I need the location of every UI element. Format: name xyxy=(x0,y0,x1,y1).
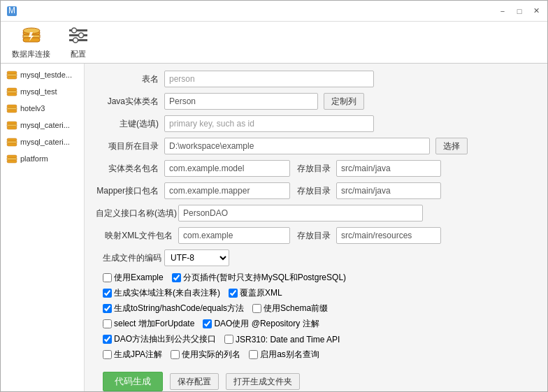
db-small-icon xyxy=(6,103,17,114)
dao-repository-checkbox[interactable] xyxy=(203,319,212,328)
checkbox-row-4: select 增加ForUpdate DAO使用 @Repository 注解 xyxy=(96,318,536,330)
open-folder-button[interactable]: 打开生成文件夹 xyxy=(226,373,300,390)
db-small-icon xyxy=(6,136,17,147)
sidebar-item-0[interactable]: mysql_testde... xyxy=(1,66,84,83)
jsr310-checkbox[interactable] xyxy=(224,335,233,344)
svg-point-11 xyxy=(79,33,84,38)
svg-rect-25 xyxy=(7,138,17,141)
generate-button[interactable]: 代码生成 xyxy=(103,372,163,391)
select-dir-button[interactable]: 选择 xyxy=(435,138,468,154)
sidebar-item-3[interactable]: mysql_cateri... xyxy=(1,117,84,133)
svg-rect-18 xyxy=(7,93,17,96)
jpa-checkbox[interactable] xyxy=(103,350,112,359)
svg-rect-23 xyxy=(7,124,17,126)
title-bar: M − □ ✕ xyxy=(1,1,547,22)
use-example-label: 使用Example xyxy=(114,272,164,284)
project-dir-input[interactable] xyxy=(164,138,430,154)
xml-package-row: 映射XML文件包名 存放目录 xyxy=(96,227,536,244)
sidebar: mysql_testde... mysql_test hotelv3 mysql… xyxy=(1,64,85,391)
action-buttons: 代码生成 保存配置 打开生成文件夹 xyxy=(96,366,536,391)
xml-package-input[interactable] xyxy=(178,227,290,244)
sidebar-item-1[interactable]: mysql_test xyxy=(1,83,84,100)
entity-comment-label: 生成实体域注释(来自表注释) xyxy=(114,287,220,299)
mapper-package-row: Mapper接口包名 存放目录 xyxy=(96,182,536,199)
mapper-package-label: Mapper接口包名 xyxy=(96,185,159,197)
main-window: M − □ ✕ 数据库连接 xyxy=(0,0,548,392)
sidebar-item-label-1: mysql_test xyxy=(20,87,57,96)
as-alias-checkbox[interactable] xyxy=(249,350,258,359)
svg-rect-28 xyxy=(7,155,17,158)
jpa-label: 生成JPA注解 xyxy=(114,349,162,361)
minimize-button[interactable]: − xyxy=(497,6,508,17)
cover-xml-checkbox[interactable] xyxy=(229,289,238,298)
db-connect-label: 数据库连接 xyxy=(12,49,50,59)
checkbox-row-3: 生成toString/hashCode/equals方法 使用Schema前缀 xyxy=(96,303,536,314)
primary-key-label: 主键(选填) xyxy=(96,118,159,130)
xml-save-input[interactable] xyxy=(336,227,441,244)
mapper-save-input[interactable] xyxy=(336,182,441,199)
actual-cols-checkbox[interactable] xyxy=(171,350,180,359)
svg-rect-24 xyxy=(7,126,17,129)
checkbox-row-2: 生成实体域注释(来自表注释) 覆盖原XML xyxy=(96,287,536,299)
entity-name-row: Java实体类名 定制列 xyxy=(96,93,536,110)
sidebar-item-label-5: platform xyxy=(20,154,48,163)
entity-name-input[interactable] xyxy=(164,93,318,110)
custom-interface-label: 自定义接口名称(选填) xyxy=(96,208,173,219)
schema-checkbox[interactable] xyxy=(252,304,261,313)
entity-package-input[interactable] xyxy=(164,160,290,177)
custom-interface-input[interactable] xyxy=(178,205,423,222)
sidebar-item-label-3: mysql_cateri... xyxy=(20,121,70,129)
svg-rect-26 xyxy=(7,141,17,143)
svg-rect-20 xyxy=(7,108,17,110)
pagination-checkbox[interactable] xyxy=(172,273,181,282)
primary-key-input[interactable] xyxy=(164,115,374,132)
primary-key-row: 主键(选填) xyxy=(96,115,536,132)
table-name-input[interactable] xyxy=(164,71,374,87)
db-icon xyxy=(20,25,43,48)
dao-interface-checkbox[interactable] xyxy=(103,335,112,344)
cb-pagination: 分页插件(暂时只支持MySQL和PostgreSQL) xyxy=(172,272,346,284)
checkbox-row-1: 使用Example 分页插件(暂时只支持MySQL和PostgreSQL) xyxy=(96,272,536,284)
maximize-button[interactable]: □ xyxy=(514,6,525,17)
app-icon: M xyxy=(6,6,17,17)
sidebar-item-5[interactable]: platform xyxy=(1,150,84,167)
close-button[interactable]: ✕ xyxy=(531,6,542,17)
select-update-checkbox[interactable] xyxy=(103,319,112,328)
sidebar-item-label-2: hotelv3 xyxy=(20,104,45,112)
svg-rect-30 xyxy=(7,160,17,163)
svg-rect-19 xyxy=(7,105,17,108)
cb-schema: 使用Schema前缀 xyxy=(252,303,328,314)
encoding-select[interactable]: UTF-8 GBK ISO-8859-1 xyxy=(164,249,229,266)
svg-text:M: M xyxy=(8,6,15,15)
cb-jsr310: JSR310: Date and Time API xyxy=(224,335,340,344)
db-small-icon xyxy=(6,69,17,80)
schema-label: 使用Schema前缀 xyxy=(264,303,328,314)
svg-rect-22 xyxy=(7,122,17,124)
sidebar-item-4[interactable]: mysql_cateri... xyxy=(1,133,84,150)
svg-rect-27 xyxy=(7,143,17,146)
entity-comment-checkbox[interactable] xyxy=(103,289,112,298)
use-example-checkbox[interactable] xyxy=(103,273,112,282)
toolbar-db-connect[interactable]: 数据库连接 xyxy=(6,22,56,62)
save-config-button[interactable]: 保存配置 xyxy=(170,373,219,390)
db-small-icon xyxy=(6,119,17,131)
checkbox-row-6: 生成JPA注解 使用实际的列名 启用as别名查询 xyxy=(96,349,536,361)
svg-rect-13 xyxy=(7,71,17,74)
tostring-checkbox[interactable] xyxy=(103,304,112,313)
mapper-package-input[interactable] xyxy=(164,182,290,199)
entity-save-label: 存放目录 xyxy=(296,163,331,175)
cb-actual-cols: 使用实际的列名 xyxy=(171,349,240,361)
table-name-row: 表名 xyxy=(96,71,536,87)
table-name-label: 表名 xyxy=(96,73,159,85)
db-small-icon xyxy=(6,153,17,164)
dao-repository-label: DAO使用 @Repository 注解 xyxy=(214,318,319,330)
custom-col-button[interactable]: 定制列 xyxy=(324,93,364,110)
title-bar-left: M xyxy=(6,6,17,17)
sidebar-item-label-4: mysql_cateri... xyxy=(20,138,70,146)
toolbar-config[interactable]: 配置 xyxy=(62,22,95,62)
sidebar-item-2[interactable]: hotelv3 xyxy=(1,100,84,117)
entity-save-input[interactable] xyxy=(336,160,441,177)
cb-dao-interface: DAO方法抽出到公共父接口 xyxy=(103,333,216,345)
sidebar-item-label-0: mysql_testde... xyxy=(20,71,72,79)
xml-package-label: 映射XML文件包名 xyxy=(96,230,173,242)
